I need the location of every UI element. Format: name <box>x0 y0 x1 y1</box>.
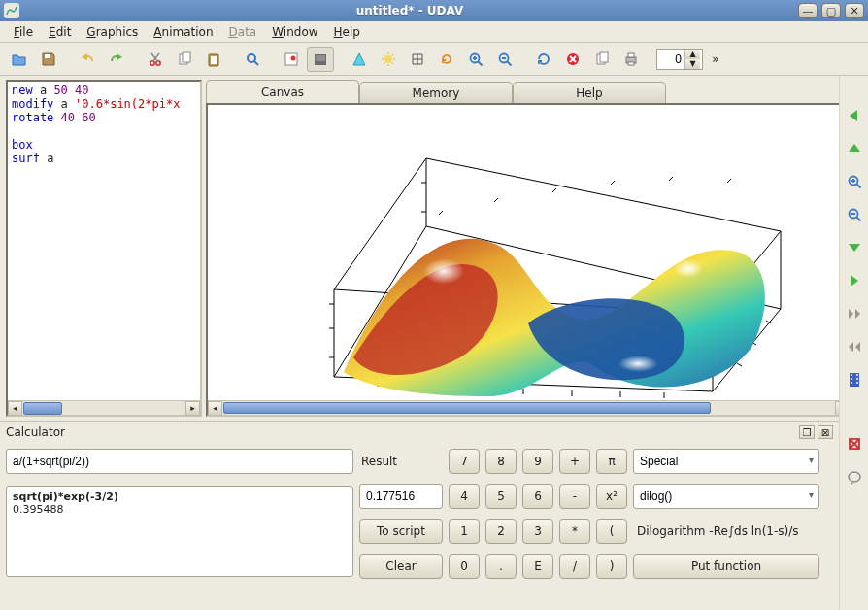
cut-icon[interactable] <box>142 47 169 72</box>
key-plus[interactable]: + <box>559 449 590 474</box>
move-left-icon[interactable] <box>844 105 865 126</box>
transparent-icon[interactable] <box>278 47 305 72</box>
maximize-button[interactable]: ▢ <box>821 3 841 18</box>
svg-rect-21 <box>628 62 634 65</box>
calc-history[interactable]: sqrt(pi)*exp(-3/2) 0.395488 <box>6 486 353 577</box>
zoom-in-icon[interactable] <box>462 47 489 72</box>
to-script-button[interactable]: To script <box>359 519 443 544</box>
scroll-thumb[interactable] <box>23 402 62 415</box>
title-bar: untitled* - UDAV — ▢ ✕ <box>0 0 868 21</box>
calc-expression-input[interactable] <box>6 449 353 474</box>
zoom-in-side-icon[interactable] <box>844 171 865 192</box>
code-text[interactable]: new a 50 40 modify a '0.6*sin(2*pi*x rot… <box>8 82 200 400</box>
tab-memory[interactable]: Memory <box>359 82 513 103</box>
svg-point-9 <box>291 55 296 60</box>
svg-point-23 <box>536 256 579 284</box>
svg-rect-0 <box>45 54 50 58</box>
copy-image-icon[interactable] <box>588 47 616 72</box>
code-hscroll[interactable]: ◂ ▸ <box>8 400 200 415</box>
print-icon[interactable] <box>618 47 645 72</box>
func-select[interactable]: dilog() <box>633 484 819 509</box>
menu-help[interactable]: Help <box>326 23 368 41</box>
next-frame-icon[interactable] <box>844 303 865 324</box>
svg-point-25 <box>612 356 678 383</box>
save-icon[interactable] <box>35 47 62 72</box>
code-editor[interactable]: new a 50 40 modify a '0.6*sin(2*pi*x rot… <box>6 80 202 417</box>
minimize-button[interactable]: — <box>798 3 818 18</box>
grid-icon[interactable] <box>404 47 431 72</box>
scroll-right-icon[interactable]: ▸ <box>185 401 200 416</box>
clear-button[interactable]: Clear <box>359 554 443 579</box>
delete-icon[interactable] <box>844 433 865 455</box>
key-mul[interactable]: * <box>559 519 590 544</box>
menu-edit[interactable]: Edit <box>41 23 79 41</box>
prev-frame-icon[interactable] <box>844 336 865 357</box>
calc-close-icon[interactable]: ⊠ <box>818 425 833 439</box>
move-up-icon[interactable] <box>844 138 865 159</box>
alpha-icon[interactable] <box>346 47 373 72</box>
scroll-left-icon[interactable]: ◂ <box>8 401 22 416</box>
menu-graphics[interactable]: Graphics <box>79 23 146 41</box>
redo-icon[interactable] <box>103 47 130 72</box>
key-minus[interactable]: - <box>559 484 590 509</box>
svg-rect-11 <box>316 55 325 61</box>
key-rparen[interactable]: ) <box>596 554 627 579</box>
paste-icon[interactable] <box>200 47 227 72</box>
key-pi[interactable]: π <box>596 449 627 474</box>
zoom-out-icon[interactable] <box>491 47 518 72</box>
frame-spin[interactable]: ▲▼ <box>656 49 703 70</box>
tab-help[interactable]: Help <box>513 82 666 103</box>
special-select[interactable]: Special <box>633 449 819 474</box>
menu-window[interactable]: Window <box>264 23 325 41</box>
close-button[interactable]: ✕ <box>845 3 864 18</box>
open-icon[interactable] <box>6 47 33 72</box>
key-9[interactable]: 9 <box>522 449 553 474</box>
light-on-icon[interactable] <box>375 47 402 72</box>
key-4[interactable]: 4 <box>449 484 480 509</box>
spin-up[interactable]: ▲ <box>684 50 700 59</box>
key-lparen[interactable]: ( <box>596 519 627 544</box>
hscroll-thumb[interactable] <box>223 402 711 414</box>
key-e[interactable]: E <box>522 554 553 579</box>
canvas-hscroll[interactable]: ◂ ▸ <box>208 400 850 415</box>
menu-file[interactable]: File <box>6 23 41 41</box>
app-icon <box>4 3 19 18</box>
view-tabs: Canvas Memory Help <box>206 80 866 103</box>
move-right-icon[interactable] <box>844 270 865 291</box>
key-7[interactable]: 7 <box>449 449 480 474</box>
toolbar-overflow-icon[interactable]: » <box>705 49 726 70</box>
undo-icon[interactable] <box>74 47 101 72</box>
key-5[interactable]: 5 <box>485 484 517 509</box>
key-1[interactable]: 1 <box>449 519 480 544</box>
tab-canvas[interactable]: Canvas <box>206 80 359 103</box>
history-expr: sqrt(pi)*exp(-3/2) <box>13 491 347 503</box>
canvas-panel[interactable]: ▴ ▾ ◂ ▸ <box>206 103 866 417</box>
history-val: 0.395488 <box>13 503 347 516</box>
rotate-icon[interactable] <box>433 47 460 72</box>
spin-down[interactable]: ▼ <box>684 59 700 69</box>
light-icon[interactable] <box>307 47 334 72</box>
reload-icon[interactable] <box>530 47 557 72</box>
key-3[interactable]: 3 <box>522 519 553 544</box>
calc-float-icon[interactable]: ❐ <box>799 425 815 439</box>
copy-icon[interactable] <box>171 47 198 72</box>
find-icon[interactable] <box>239 47 266 72</box>
surface-plot <box>208 105 810 417</box>
stop-icon[interactable] <box>559 47 586 72</box>
menu-animation[interactable]: Animation <box>146 23 220 41</box>
key-x2[interactable]: x² <box>596 484 627 509</box>
key-6[interactable]: 6 <box>522 484 553 509</box>
key-dot[interactable]: . <box>485 554 517 579</box>
key-8[interactable]: 8 <box>485 449 517 474</box>
key-0[interactable]: 0 <box>449 554 480 579</box>
hscroll-left-icon[interactable]: ◂ <box>208 401 222 416</box>
main-area: new a 50 40 modify a '0.6*sin(2*pi*x rot… <box>0 76 868 421</box>
info-icon[interactable] <box>844 466 865 488</box>
zoom-out-side-icon[interactable] <box>844 204 865 225</box>
film-icon[interactable] <box>844 369 865 390</box>
move-down-icon[interactable] <box>844 237 865 258</box>
put-function-button[interactable]: Put function <box>633 554 819 579</box>
frame-spin-input[interactable] <box>657 52 684 66</box>
key-2[interactable]: 2 <box>485 519 517 544</box>
key-div[interactable]: / <box>559 554 590 579</box>
